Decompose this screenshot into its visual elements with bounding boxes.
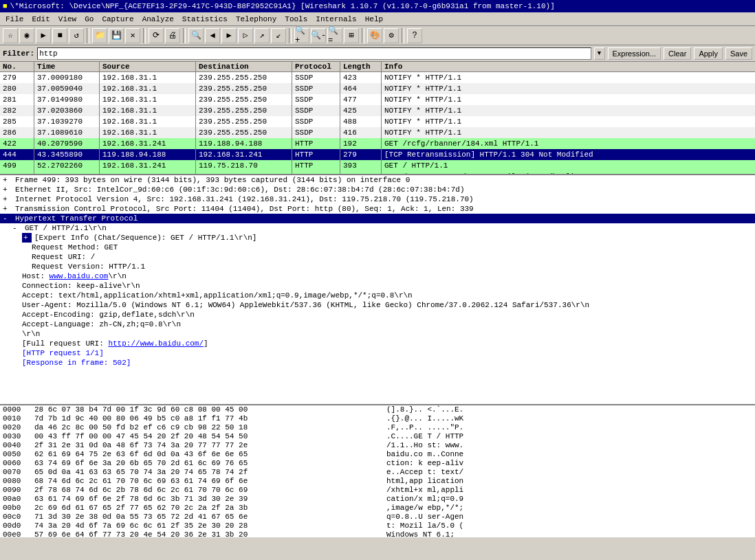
toolbar-btn-find[interactable]: 🔍 bbox=[188, 28, 204, 43]
expand-icon[interactable]: + bbox=[3, 194, 12, 204]
table-row[interactable]: 28037.0059040192.168.31.1239.255.255.250… bbox=[0, 83, 755, 94]
detail-row[interactable]: + [Expert Info (Chat/Sequence): GET / HT… bbox=[0, 233, 755, 243]
detail-row[interactable]: Request Method: GET bbox=[0, 243, 755, 252]
toolbar-btn-close[interactable]: ✕ bbox=[125, 28, 140, 43]
table-row[interactable]: 28237.0203860192.168.31.1239.255.255.250… bbox=[0, 105, 755, 116]
detail-row[interactable]: + Frame 499: 393 bytes on wire (3144 bit… bbox=[0, 175, 755, 185]
detail-row[interactable]: + Transmission Control Protocol, Src Por… bbox=[0, 204, 755, 214]
toolbar-btn-go[interactable]: ▷ bbox=[238, 28, 253, 43]
menu-item-help[interactable]: Help bbox=[361, 14, 387, 24]
toolbar-btn-zoom-in[interactable]: 🔍+ bbox=[294, 28, 309, 43]
col-header-source: Source bbox=[100, 62, 196, 71]
detail-row[interactable]: Request URI: / bbox=[0, 252, 755, 262]
toolbar-btn-forward[interactable]: ▶ bbox=[221, 28, 237, 43]
detail-row[interactable]: Host: www.baidu.com\r\n bbox=[0, 271, 755, 281]
menu-item-analyze[interactable]: Analyze bbox=[138, 14, 178, 24]
menu-item-edit[interactable]: Edit bbox=[28, 14, 54, 24]
packet-cell: 422 bbox=[0, 138, 34, 149]
hex-offset: 00c0 bbox=[0, 513, 29, 522]
toolbar-btn-print[interactable]: 🖨 bbox=[165, 28, 180, 43]
toolbar-btn-save[interactable]: 💾 bbox=[109, 28, 124, 43]
detail-row[interactable]: + Ethernet II, Src: IntelCor_9d:60:c6 (0… bbox=[0, 185, 755, 194]
detail-row[interactable]: [Response in frame: 502] bbox=[0, 358, 755, 368]
packet-cell: 393 bbox=[340, 160, 382, 171]
toolbar-btn-zoom-reset[interactable]: 🔍= bbox=[327, 28, 342, 43]
filter-input[interactable] bbox=[37, 47, 591, 60]
col-header-dest: Destination bbox=[196, 62, 292, 71]
menu-item-view[interactable]: View bbox=[54, 14, 80, 24]
toolbar-sep-2 bbox=[143, 28, 146, 43]
toolbar-btn-start[interactable]: ◉ bbox=[19, 28, 34, 43]
toolbar-btn-back[interactable]: ◀ bbox=[205, 28, 220, 43]
menu-item-statistics[interactable]: Statistics bbox=[178, 14, 232, 24]
toolbar-btn-interface[interactable]: ☆ bbox=[3, 28, 18, 43]
table-row[interactable]: 28537.1039270192.168.31.1239.255.255.250… bbox=[0, 116, 755, 127]
menu-item-tools[interactable]: Tools bbox=[281, 14, 311, 24]
menu-item-capture[interactable]: Capture bbox=[98, 14, 138, 24]
packet-cell: [TCP Retransmission] HTTP/1.1 304 Not Mo… bbox=[382, 149, 755, 160]
hex-row: 003000 43 ff 7f 00 00 47 45 54 20 2f 20 … bbox=[0, 432, 755, 441]
detail-text: Ethernet II, Src: IntelCor_9d:60:c6 (00:… bbox=[15, 185, 465, 194]
detail-row[interactable]: Accept-Language: zh-CN,zh;q=0.8\r\n bbox=[0, 320, 755, 329]
packet-cell: 488 bbox=[340, 116, 382, 127]
toolbar-btn-open[interactable]: 📁 bbox=[92, 28, 107, 43]
menu-item-telephony[interactable]: Telephony bbox=[232, 14, 281, 24]
clear-button[interactable]: Clear bbox=[664, 47, 691, 60]
expand-icon[interactable]: - bbox=[3, 214, 12, 223]
expand-icon[interactable]: + bbox=[3, 175, 12, 185]
detail-row[interactable]: Connection: keep-alive\r\n bbox=[0, 281, 755, 291]
link[interactable]: http://www.baidu.com/ bbox=[108, 339, 204, 348]
table-row[interactable]: 28637.1089610192.168.31.1239.255.255.250… bbox=[0, 127, 755, 138]
toolbar-btn-color[interactable]: 🎨 bbox=[367, 28, 382, 43]
expand-icon[interactable]: + bbox=[3, 185, 12, 194]
detail-row[interactable]: Accept-Encoding: gzip,deflate,sdch\r\n bbox=[0, 310, 755, 320]
toolbar-btn-zoom-out[interactable]: 🔍- bbox=[311, 28, 326, 43]
toolbar-btn-prefs[interactable]: ⚙ bbox=[384, 28, 399, 43]
toolbar-btn-down[interactable]: ↙ bbox=[271, 28, 286, 43]
table-row[interactable]: 49952.2702260192.168.31.241119.75.218.70… bbox=[0, 160, 755, 171]
save-button[interactable]: Save bbox=[725, 47, 752, 60]
expand-icon[interactable]: + bbox=[3, 204, 12, 214]
table-row[interactable]: 42240.2079590192.168.31.241119.188.94.18… bbox=[0, 138, 755, 149]
apply-button[interactable]: Apply bbox=[694, 47, 723, 60]
table-row[interactable]: 44443.3455890119.188.94.188192.168.31.24… bbox=[0, 149, 755, 160]
detail-row[interactable]: \r\n bbox=[0, 329, 755, 339]
menu-item-file[interactable]: File bbox=[1, 14, 28, 24]
menu-item-go[interactable]: Go bbox=[80, 14, 98, 24]
hex-ascii: ,image/w ebp,*/*; bbox=[386, 504, 463, 513]
detail-row[interactable]: Accept: text/html,application/xhtml+xml,… bbox=[0, 291, 755, 300]
hex-ascii: cation/x ml;q=0.9 bbox=[386, 495, 463, 504]
packet-cell: 464 bbox=[340, 83, 382, 94]
toolbar-btn-reload[interactable]: ⟳ bbox=[149, 28, 164, 43]
packet-cell: 119.75.218.70 bbox=[196, 160, 292, 171]
hex-offset: 00d0 bbox=[0, 522, 29, 530]
toolbar-btn-capture[interactable]: ▶ bbox=[36, 28, 51, 43]
toolbar-btn-help[interactable]: ? bbox=[407, 28, 422, 43]
filter-dropdown[interactable]: ▼ bbox=[594, 47, 605, 60]
toolbar-btn-restart[interactable]: ↺ bbox=[69, 28, 84, 43]
packet-cell: SSDP bbox=[292, 72, 340, 83]
detail-row[interactable]: [Full request URI: http://www.baidu.com/… bbox=[0, 339, 755, 348]
expand-icon[interactable]: - bbox=[12, 223, 22, 233]
detail-row[interactable]: - Hypertext Transfer Protocol bbox=[0, 214, 755, 223]
packet-cell: 119.188.94.188 bbox=[196, 138, 292, 149]
expression-button[interactable]: Expression... bbox=[608, 47, 661, 60]
expand-icon[interactable]: + bbox=[22, 233, 32, 243]
toolbar-btn-jump[interactable]: ↗ bbox=[254, 28, 270, 43]
packet-cell: 239.255.255.250 bbox=[196, 72, 292, 83]
table-row[interactable]: 28137.0149980192.168.31.1239.255.255.250… bbox=[0, 94, 755, 105]
packet-cell: 192.168.31.1 bbox=[100, 83, 196, 94]
packet-list: No. Time Source Destination Protocol Len… bbox=[0, 62, 755, 175]
detail-row[interactable]: User-Agent: Mozilla/5.0 (Windows NT 6.1;… bbox=[0, 300, 755, 310]
detail-row[interactable]: + Internet Protocol Version 4, Src: 192.… bbox=[0, 194, 755, 204]
link[interactable]: www.baidu.com bbox=[50, 272, 109, 280]
table-row[interactable]: 27937.0009180192.168.31.1239.255.255.250… bbox=[0, 72, 755, 83]
hex-row: 00107d 7b 1d 9c 40 00 80 06 49 b5 c0 a8 … bbox=[0, 414, 755, 423]
detail-row[interactable]: [HTTP request 1/1] bbox=[0, 348, 755, 358]
toolbar-btn-zoom-fit[interactable]: ⊞ bbox=[344, 28, 359, 43]
menu-item-internals[interactable]: Internals bbox=[311, 14, 360, 24]
detail-row[interactable]: Request Version: HTTP/1.1 bbox=[0, 262, 755, 271]
detail-row[interactable]: - GET / HTTP/1.1\r\n bbox=[0, 223, 755, 233]
toolbar-btn-stop[interactable]: ■ bbox=[52, 28, 67, 43]
hex-ascii: (].8.}.. <.`...E. bbox=[386, 405, 463, 414]
